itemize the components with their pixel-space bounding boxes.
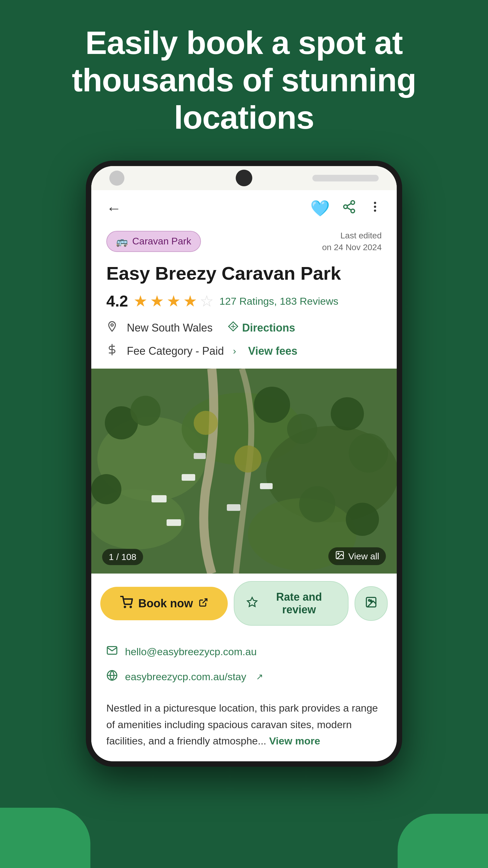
website-item[interactable]: easybreezycp.com.au/stay ↗ [106, 664, 382, 689]
svg-point-23 [130, 396, 161, 426]
phone-mockup: ← 🩵 [0, 155, 488, 767]
nav-actions: 🩵 [310, 199, 382, 218]
svg-point-31 [234, 445, 261, 472]
app-content: ← 🩵 [91, 190, 397, 761]
wave-left [0, 808, 90, 868]
svg-point-26 [331, 397, 364, 430]
svg-point-24 [254, 387, 290, 423]
svg-point-35 [124, 607, 126, 608]
gallery-icon [335, 550, 345, 562]
rate-review-label: Rate and review [262, 591, 336, 616]
svg-line-4 [347, 204, 351, 206]
action-buttons: Book now [91, 574, 397, 633]
description-section: Nestled in a picturesque location, this … [91, 695, 397, 761]
book-now-label: Book now [138, 597, 193, 610]
category-label: Caravan Park [132, 236, 191, 247]
star-3: ★ [167, 292, 181, 310]
svg-line-3 [347, 208, 351, 210]
last-edited-label: Last edited [322, 230, 382, 241]
email-icon [106, 645, 118, 659]
park-photo[interactable] [91, 369, 397, 574]
chevron-right-icon: › [233, 345, 236, 356]
location-pin-icon [106, 321, 118, 335]
svg-rect-20 [260, 483, 272, 489]
star-5: ☆ [200, 292, 214, 310]
external-arrow-icon: ↗ [256, 672, 263, 682]
description-text: Nestled in a picturesque location, this … [106, 702, 378, 747]
directions-diamond-icon [228, 321, 238, 335]
view-more-link[interactable]: View more [269, 735, 320, 747]
website-url: easybreezycp.com.au/stay [125, 671, 247, 683]
external-link-icon [198, 597, 208, 610]
star-outline-icon [247, 596, 258, 611]
svg-point-6 [374, 206, 376, 208]
rating-row: 4.2 ★ ★ ★ ★ ☆ 127 Ratings, 183 Reviews [91, 289, 397, 316]
svg-point-30 [346, 503, 379, 536]
stars-container: ★ ★ ★ ★ ☆ [133, 292, 214, 310]
share-icon[interactable] [342, 199, 356, 217]
phone-screen: ← 🩵 [91, 166, 397, 761]
rate-review-button[interactable]: Rate and review [234, 581, 349, 626]
directions-label: Directions [242, 321, 295, 334]
book-now-button[interactable]: Book now [100, 587, 228, 620]
aerial-image [91, 369, 397, 574]
photo-container: 1 / 108 View all [91, 369, 397, 574]
status-bar [91, 166, 397, 190]
svg-rect-18 [152, 495, 167, 502]
svg-point-7 [374, 210, 376, 212]
more-icon[interactable] [368, 200, 382, 217]
last-edited: Last edited on 24 Nov 2024 [322, 230, 382, 253]
svg-point-28 [91, 474, 121, 504]
back-button[interactable]: ← [106, 199, 121, 217]
star-2: ★ [150, 292, 164, 310]
email-address: hello@easybreezycp.com.au [125, 646, 257, 658]
fee-text: Fee Category - Paid [127, 345, 224, 358]
cart-icon [120, 596, 133, 611]
svg-rect-17 [194, 453, 206, 459]
contact-section: hello@easybreezycp.com.au easybreezycp.c… [91, 633, 397, 695]
top-nav: ← 🩵 [91, 190, 397, 224]
svg-marker-38 [248, 597, 257, 607]
view-all-label: View all [348, 551, 379, 561]
svg-point-27 [349, 433, 388, 472]
svg-line-37 [202, 599, 207, 603]
category-row: 🚌 Caravan Park Last edited on 24 Nov 202… [91, 224, 397, 259]
svg-point-29 [299, 486, 335, 522]
view-all-button[interactable]: View all [328, 547, 386, 565]
view-fees-link[interactable]: View fees [248, 345, 297, 358]
photo-counter: 1 / 108 [102, 549, 143, 565]
svg-point-34 [338, 553, 339, 555]
wave-right [398, 814, 488, 868]
svg-point-8 [111, 324, 113, 327]
hero-section: Easily book a spot at thousands of stunn… [0, 0, 488, 155]
svg-point-36 [130, 607, 131, 608]
camera-cutout [236, 170, 253, 186]
location-row: New South Wales Directions [91, 316, 397, 339]
svg-rect-21 [167, 519, 181, 526]
dollar-icon [106, 344, 118, 358]
directions-link[interactable]: Directions [228, 321, 295, 335]
heart-icon[interactable]: 🩵 [310, 199, 330, 218]
last-edited-date: on 24 Nov 2024 [322, 241, 382, 253]
category-badge: 🚌 Caravan Park [106, 231, 201, 252]
park-name: Easy Breezy Caravan Park [91, 259, 397, 289]
email-item[interactable]: hello@easybreezycp.com.au [106, 639, 382, 664]
add-photo-icon [365, 596, 378, 611]
star-4: ★ [183, 292, 197, 310]
svg-rect-16 [182, 474, 195, 481]
svg-point-32 [194, 411, 218, 435]
globe-icon [106, 670, 118, 684]
status-bar-right [313, 175, 379, 181]
rating-number: 4.2 [106, 292, 128, 310]
svg-rect-19 [227, 504, 240, 511]
star-1: ★ [133, 292, 148, 310]
add-photo-button[interactable] [355, 586, 388, 621]
status-bar-left [109, 170, 124, 186]
location-text: New South Wales [127, 321, 213, 334]
hero-title: Easily book a spot at thousands of stunn… [0, 0, 488, 155]
bottom-decoration [0, 808, 488, 868]
fee-row: Fee Category - Paid › View fees [91, 339, 397, 366]
caravan-icon: 🚌 [116, 236, 128, 247]
rating-count: 127 Ratings, 183 Reviews [219, 296, 338, 307]
svg-point-5 [374, 202, 376, 204]
